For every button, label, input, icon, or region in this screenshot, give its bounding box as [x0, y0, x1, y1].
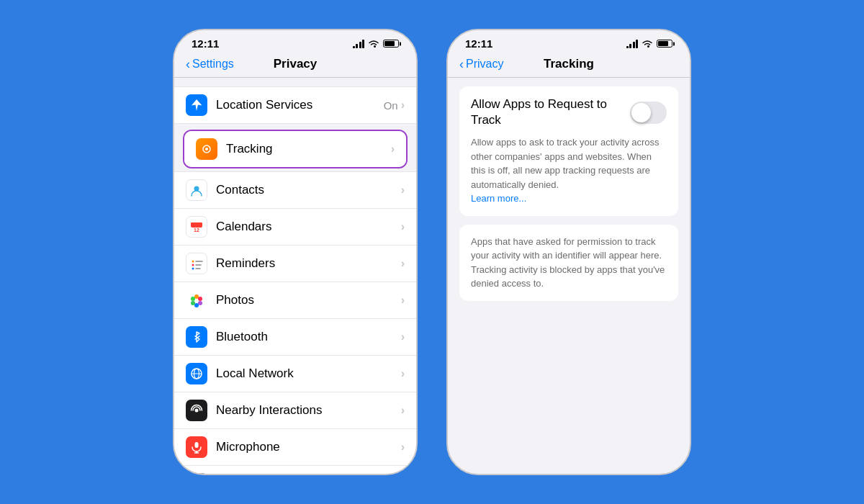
microphone-icon	[186, 436, 207, 458]
svg-rect-7	[191, 222, 202, 228]
tracking-highlighted-row[interactable]: Tracking ›	[183, 130, 408, 168]
toggle-label: Allow Apps to Request to Track	[471, 96, 630, 128]
back-label-1: Settings	[192, 58, 234, 71]
phone2-content: Allow Apps to Request to Track Allow app…	[448, 78, 690, 474]
svg-point-18	[194, 303, 199, 307]
contacts-chevron-icon: ›	[401, 184, 405, 197]
speech-item[interactable]: Speech Recognition ›	[174, 466, 416, 474]
signal-icon	[353, 40, 365, 48]
tracking-apps-section: Apps that have asked for permission to t…	[459, 225, 678, 301]
svg-point-10	[192, 264, 194, 266]
location-services-status: On ›	[384, 99, 405, 112]
svg-point-1	[205, 148, 208, 150]
signal-icon-2	[626, 40, 639, 48]
status-bar-1: 12:11	[174, 30, 416, 53]
svg-point-24	[195, 409, 199, 413]
nav-title-2: Tracking	[544, 57, 594, 71]
tracking-apps-text: Apps that have asked for permission to t…	[471, 235, 667, 291]
location-chevron-icon: ›	[401, 99, 405, 112]
wifi-icon	[368, 40, 379, 48]
location-services-label: Location Services	[216, 98, 384, 112]
microphone-item[interactable]: Microphone ›	[174, 429, 416, 466]
bluetooth-chevron-icon: ›	[401, 330, 405, 343]
svg-point-11	[192, 268, 194, 270]
back-label-2: Privacy	[466, 58, 503, 71]
nearby-interactions-icon	[186, 400, 207, 421]
bluetooth-item[interactable]: Bluetooth ›	[174, 319, 416, 356]
location-services-item[interactable]: Location Services On ›	[174, 86, 416, 124]
contacts-icon	[186, 179, 207, 201]
calendars-chevron-icon: ›	[401, 220, 405, 233]
battery-icon-2	[657, 40, 672, 48]
local-network-icon	[186, 363, 207, 384]
photos-chevron-icon: ›	[401, 294, 405, 307]
calendars-icon: 12	[186, 216, 207, 238]
reminders-chevron-icon: ›	[401, 257, 405, 270]
contacts-label: Contacts	[216, 183, 401, 197]
nearby-item[interactable]: Nearby Interactions ›	[174, 392, 416, 429]
status-icons-1	[353, 40, 400, 48]
svg-point-15	[194, 294, 199, 299]
microphone-label: Microphone	[216, 440, 401, 454]
bluetooth-icon	[186, 326, 207, 348]
battery-icon	[383, 40, 399, 48]
svg-point-17	[198, 301, 202, 305]
allow-apps-toggle[interactable]	[630, 102, 667, 124]
phone-1: 12:11 ‹ Settings	[173, 29, 418, 475]
menu-list: Contacts › 12 Calendars ›	[174, 171, 416, 474]
nav-bar-1: ‹ Settings Privacy	[174, 53, 416, 78]
nearby-interactions-label: Nearby Interactions	[216, 403, 401, 418]
speech-recognition-icon	[186, 473, 207, 474]
svg-point-9	[192, 261, 194, 263]
nearby-chevron-icon: ›	[401, 404, 405, 417]
local-network-item[interactable]: Local Network ›	[174, 356, 416, 392]
toggle-row: Allow Apps to Request to Track	[471, 96, 667, 128]
reminders-item[interactable]: Reminders ›	[174, 246, 416, 282]
tracking-item[interactable]: Tracking ›	[184, 131, 406, 167]
calendars-label: Calendars	[216, 220, 401, 234]
svg-text:12: 12	[194, 228, 199, 233]
tracking-chevron-icon: ›	[391, 143, 395, 156]
back-chevron-icon: ‹	[186, 57, 190, 72]
local-network-chevron-icon: ›	[401, 367, 405, 380]
contacts-item[interactable]: Contacts ›	[174, 171, 416, 209]
toggle-description: Allow apps to ask to track your activity…	[471, 135, 667, 206]
reminders-icon	[186, 253, 207, 274]
reminders-label: Reminders	[216, 256, 401, 271]
status-time-1: 12:11	[192, 37, 219, 50]
phone1-content: Location Services On › Tracking ›	[174, 78, 416, 474]
phone-2: 12:11 ‹ Privacy	[446, 29, 691, 475]
svg-rect-25	[195, 442, 199, 448]
microphone-chevron-icon: ›	[401, 441, 405, 454]
back-button-2[interactable]: ‹ Privacy	[459, 57, 503, 72]
tracking-icon	[196, 138, 217, 160]
back-chevron-icon-2: ‹	[459, 57, 464, 72]
photos-icon	[186, 289, 207, 311]
toggle-knob	[631, 103, 651, 122]
photos-item[interactable]: Photos ›	[174, 282, 416, 319]
svg-point-20	[191, 297, 195, 301]
svg-point-19	[191, 301, 195, 305]
location-services-icon	[186, 94, 207, 116]
local-network-label: Local Network	[216, 366, 401, 381]
status-bar-2: 12:11	[448, 30, 690, 53]
wifi-icon-2	[642, 40, 653, 48]
calendars-item[interactable]: 12 Calendars ›	[174, 209, 416, 246]
toggle-section: Allow Apps to Request to Track Allow app…	[459, 86, 678, 216]
learn-more-link[interactable]: Learn more...	[471, 193, 526, 204]
status-time-2: 12:11	[465, 37, 492, 50]
nav-title-1: Privacy	[274, 57, 318, 71]
tracking-label: Tracking	[226, 142, 391, 156]
svg-point-16	[198, 297, 202, 301]
photos-label: Photos	[216, 293, 401, 307]
bluetooth-label: Bluetooth	[216, 330, 401, 344]
location-services-section: Location Services On ›	[174, 86, 416, 124]
status-icons-2	[626, 40, 673, 48]
back-button-1[interactable]: ‹ Settings	[186, 57, 234, 72]
nav-bar-2: ‹ Privacy Tracking	[448, 53, 690, 78]
location-on-text: On	[384, 99, 398, 112]
